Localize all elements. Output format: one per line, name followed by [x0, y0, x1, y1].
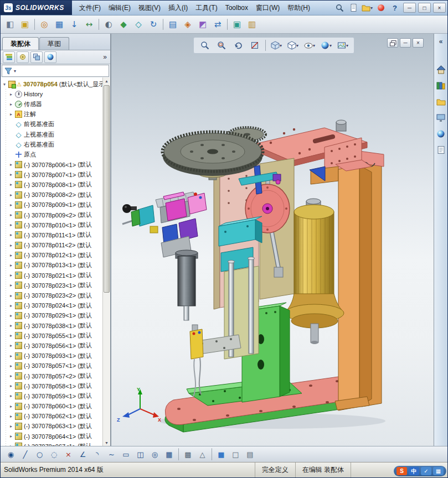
tree-component-item[interactable]: ▸ (-) 307078p008<1> (默认 [2, 180, 102, 190]
expander-icon[interactable]: ▸ [8, 222, 14, 227]
tree-component-item[interactable]: ▸ (-) 307078p060<1> (默认 [2, 401, 102, 411]
expander-icon[interactable]: ▾ [2, 82, 7, 87]
circle-icon[interactable]: ○ [33, 448, 47, 461]
section-view-icon[interactable] [247, 39, 262, 52]
graphics-viewport[interactable]: Y X Z [111, 34, 434, 446]
tree-component-item[interactable]: ▸ (-) 307078p012<1> (默认 [2, 250, 102, 260]
menu-item[interactable]: 帮助(H) [284, 2, 314, 14]
ime-icon[interactable]: ✓ [421, 467, 431, 475]
grid-snap-icon[interactable]: ▩ [181, 448, 195, 461]
tree-component-item[interactable]: ▸ (-) 307078p011<2> (默认 [2, 240, 102, 250]
open-document-icon[interactable]: ▾ [361, 2, 373, 13]
tree-component-item[interactable]: ▸ (-) 307078p006<1> (默认 [2, 160, 102, 170]
rectangle-icon[interactable]: ▭ [119, 448, 133, 461]
featuremanager-tree-icon[interactable] [3, 51, 15, 63]
linear-component-pattern-icon[interactable]: ▦ [52, 17, 66, 32]
expander-icon[interactable]: ▸ [8, 112, 14, 117]
expander-icon[interactable]: ▸ [8, 303, 14, 308]
tree-component-item[interactable]: ▸ (-) 307078p024<1> (默认 [2, 300, 102, 310]
expander-icon[interactable]: ▸ [8, 354, 14, 358]
scroll-down-icon[interactable]: ▼ [105, 439, 109, 446]
menu-item[interactable]: 插入(I) [164, 2, 192, 14]
expander-icon[interactable]: ▸ [8, 323, 14, 328]
hide-show-items-icon[interactable]: ▾ [302, 39, 317, 52]
tree-component-item[interactable]: ▸ (-) 307078p023<2> (默认 [2, 290, 102, 300]
edit-appearance-icon[interactable]: ▾ [318, 39, 334, 52]
propertymanager-icon[interactable] [17, 51, 29, 63]
tree-component-item[interactable]: ▸ (-) 307078p093<1> (默认 [2, 351, 102, 361]
move-component-icon[interactable]: ↔ [82, 17, 96, 32]
tree-item[interactable]: ▸ 注解 [2, 110, 102, 119]
previous-view-icon[interactable] [230, 39, 246, 52]
view-palette-icon[interactable] [436, 113, 446, 123]
menu-item[interactable]: 工具(T) [192, 2, 221, 14]
expander-icon[interactable]: ▸ [8, 434, 14, 439]
toolbar-button[interactable] [34, 19, 35, 30]
toolbar-button[interactable] [163, 19, 163, 30]
expander-icon[interactable]: ▸ [8, 363, 14, 368]
tree-root-item[interactable]: ▾ ⚠ 307078p054 (默认<默认_显示状态 [2, 79, 102, 89]
resources-home-icon[interactable] [436, 65, 446, 75]
expander-icon[interactable]: ▸ [8, 202, 14, 207]
menu-item[interactable]: 文件(F) [75, 2, 105, 14]
expander-icon[interactable]: ▸ [8, 212, 14, 217]
design-library-icon[interactable] [436, 81, 446, 91]
ime-icon[interactable]: 中 [409, 467, 419, 475]
tree-component-item[interactable]: ▸ (-) 307078p056<1> (默认 [2, 341, 102, 351]
sketch-tool-button[interactable] [178, 448, 179, 460]
linear-sketch-pattern-icon[interactable]: ▦ [162, 448, 176, 461]
motion-study-icon[interactable]: ↻ [146, 17, 161, 32]
tree-component-item[interactable]: ▸ (-) 307078p023<1> (默认 [2, 280, 102, 290]
hand-knob[interactable] [122, 204, 131, 213]
arc-icon[interactable]: ◝ [90, 448, 104, 461]
expander-icon[interactable]: ▸ [8, 243, 14, 248]
restore-window-icon[interactable] [387, 38, 398, 48]
reference-geometry-icon[interactable]: ◇ [131, 17, 146, 32]
mirror-entities-icon[interactable]: ◫ [133, 448, 147, 461]
tree-component-item[interactable]: ▸ (-) 307078p009<2> (默认 [2, 210, 102, 220]
menu-item[interactable]: 窗口(W) [252, 2, 284, 14]
task-pane-collapse-icon[interactable]: « [436, 37, 446, 46]
mate-icon[interactable]: ◎ [37, 17, 52, 32]
minimize-window-icon[interactable]: ─ [400, 38, 411, 48]
zoom-area-icon[interactable] [214, 39, 229, 52]
assembly-model[interactable]: Y X Z [111, 34, 434, 446]
assembly-features-icon[interactable]: ◆ [116, 17, 131, 32]
motor[interactable] [285, 199, 344, 344]
gear-disc[interactable] [163, 132, 262, 176]
scroll-thumb[interactable] [104, 85, 110, 293]
displaymanager-icon[interactable] [44, 51, 56, 63]
expander-icon[interactable]: ▸ [8, 343, 14, 348]
view-scene-icon[interactable]: ▾ [335, 39, 351, 52]
expander-icon[interactable]: ▸ [8, 182, 14, 187]
tree-component-item[interactable]: ▸ (-) 307078p057<1> (默认 [2, 361, 102, 371]
ime-icon[interactable]: ▦ [433, 467, 444, 475]
tree-item[interactable]: ▸ History [2, 89, 102, 99]
air-cylinder[interactable] [176, 250, 198, 320]
expander-icon[interactable]: ▸ [8, 424, 14, 429]
line-icon[interactable]: ╱ [18, 448, 32, 461]
scroll-up-icon[interactable]: ▲ [105, 77, 109, 84]
trim-entities-icon[interactable]: × [61, 448, 75, 461]
shaded-view-icon[interactable]: ■ [214, 448, 228, 461]
tree-item[interactable]: 右视基准面 [2, 139, 102, 149]
expander-icon[interactable]: ▸ [8, 393, 14, 398]
expander-icon[interactable]: ▸ [8, 373, 14, 378]
ellipse-icon[interactable]: ◌ [47, 448, 61, 461]
smart-fasteners-icon[interactable]: ↓ [67, 17, 81, 32]
expander-icon[interactable]: ▸ [8, 232, 14, 237]
expander-icon[interactable]: ▸ [8, 263, 14, 268]
tree-component-item[interactable]: ▸ (-) 307078p011<1> (默认 [2, 230, 102, 240]
zoom-fit-icon[interactable] [197, 39, 213, 52]
angle-dimension-icon[interactable]: ∠ [76, 448, 90, 461]
expander-icon[interactable]: ▸ [8, 92, 14, 97]
custom-properties-icon[interactable] [436, 145, 446, 155]
wireframe-view-icon[interactable]: □ [229, 448, 243, 461]
tree-component-item[interactable]: ▸ (-) 307078p038<1> (默认 [2, 321, 102, 331]
simulation-icon[interactable]: ▣ [230, 17, 244, 32]
expander-icon[interactable]: ▸ [8, 253, 14, 258]
expander-icon[interactable]: ▸ [8, 102, 14, 107]
expander-icon[interactable]: ▸ [8, 193, 14, 198]
tree-component-item[interactable]: ▸ (-) 307078p009<1> (默认 [2, 200, 102, 210]
tree-component-item[interactable]: ▸ (-) 307078p010<1> (默认 [2, 220, 102, 230]
